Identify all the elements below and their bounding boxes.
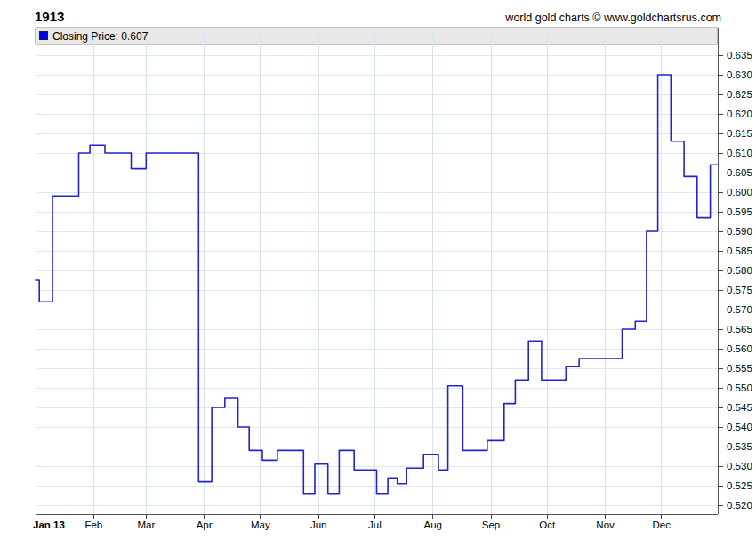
y-tick-label: 0.555 — [727, 363, 752, 374]
x-tick-label: Mar — [137, 520, 155, 530]
x-tick-label: Jan 13 — [33, 520, 65, 530]
y-tick-label: 0.530 — [727, 461, 752, 471]
y-tick-label: 0.560 — [727, 343, 752, 354]
y-tick-label: 0.600 — [727, 187, 752, 197]
y-tick-label: 0.585 — [727, 246, 752, 256]
y-tick-label: 0.535 — [727, 441, 752, 452]
x-tick-label: Oct — [539, 520, 556, 530]
legend-foreground: Closing Price: 0.607 — [40, 30, 149, 43]
x-tick-label: Jul — [368, 520, 382, 530]
price-line — [36, 75, 718, 494]
y-tick-label: 0.605 — [727, 167, 752, 178]
y-tick-label: 0.525 — [727, 480, 752, 491]
y-tick-label: 0.520 — [727, 500, 752, 511]
y-tick-label: 0.615 — [727, 128, 752, 139]
x-tick-label: Feb — [84, 520, 102, 530]
y-tick-label: 0.630 — [727, 69, 752, 80]
legend-label: Closing Price: 0.607 — [52, 30, 149, 43]
x-tick-label: Dec — [653, 520, 672, 530]
x-tick-label: Apr — [197, 520, 213, 530]
y-tick-label: 0.565 — [727, 324, 752, 334]
y-tick-label: 0.580 — [727, 265, 752, 276]
chart-title: 1913 — [35, 9, 64, 24]
x-tick-label: Sep — [482, 520, 500, 530]
x-tick-label: May — [251, 520, 270, 530]
y-tick-label: 0.550 — [727, 383, 752, 393]
x-tick-label: Aug — [423, 520, 441, 530]
y-axis-ticks: 0.5200.5250.5300.5350.5400.5450.5500.555… — [718, 50, 752, 511]
legend-swatch-icon — [40, 32, 48, 40]
x-tick-label: Jun — [310, 520, 327, 530]
y-tick-label: 0.620 — [727, 109, 752, 119]
y-tick-label: 0.610 — [727, 148, 752, 158]
y-tick-label: 0.540 — [727, 422, 752, 432]
gridlines — [36, 28, 718, 514]
y-tick-label: 0.545 — [727, 402, 752, 413]
gold-chart-page: 1913 world gold charts © www.goldchartsr… — [0, 0, 756, 548]
price-line-chart: 1913 world gold charts © www.goldchartsr… — [0, 0, 756, 548]
source-credit: world gold charts © www.goldchartsrus.co… — [504, 12, 721, 24]
y-tick-label: 0.635 — [727, 50, 752, 60]
y-tick-label: 0.625 — [727, 89, 752, 100]
x-tick-label: Nov — [596, 520, 615, 530]
y-tick-label: 0.595 — [727, 206, 752, 217]
y-tick-label: 0.570 — [727, 304, 752, 315]
y-tick-label: 0.590 — [727, 226, 752, 237]
y-tick-label: 0.575 — [727, 285, 752, 295]
x-axis-ticks: Jan 13FebMarAprMayJunJulAugSepOctNovDec — [33, 514, 671, 530]
